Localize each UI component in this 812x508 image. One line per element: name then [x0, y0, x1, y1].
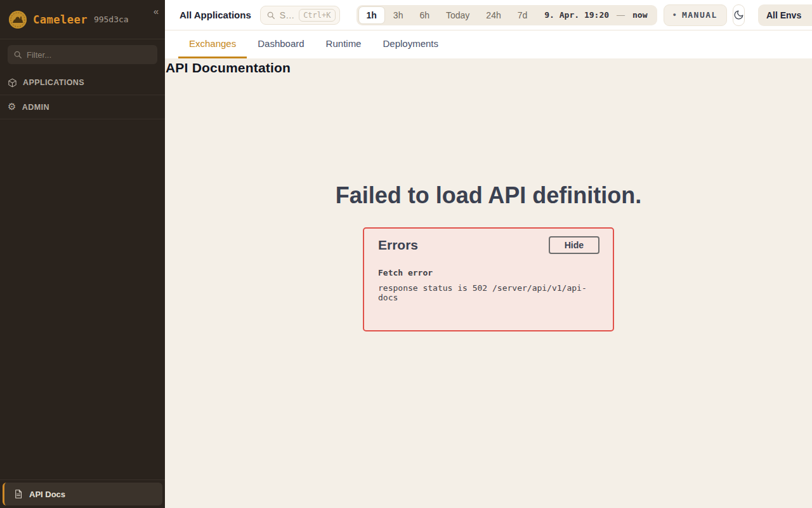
- dark-mode-toggle[interactable]: [733, 4, 745, 26]
- time-range-picker: 1h 3h 6h Today 24h 7d 9. Apr. 19:20 — no…: [357, 5, 657, 25]
- refresh-mode-button[interactable]: ● MANUAL: [664, 4, 727, 26]
- brand-name: Cameleer: [33, 13, 88, 26]
- sidebar-header: Cameleer 995d3ca «: [0, 0, 165, 39]
- sidebar-item-api-docs[interactable]: API Docs: [3, 483, 162, 505]
- sidebar-item-label: ADMIN: [22, 103, 49, 112]
- range-from-value[interactable]: 9. Apr. 19:20: [535, 10, 614, 20]
- search-shortcut-badge: Ctrl+K: [299, 9, 335, 22]
- search-icon: [266, 11, 275, 20]
- search-icon: [13, 50, 22, 59]
- environment-select[interactable]: All Envs ▾: [758, 4, 812, 26]
- api-load-error-title: Failed to load API definition.: [165, 182, 812, 209]
- sidebar-item-label: API Docs: [29, 490, 65, 499]
- status-dot-icon: ●: [673, 12, 676, 18]
- errors-panel-header: Errors Hide: [378, 236, 599, 254]
- search-placeholder: S…: [280, 10, 294, 20]
- page-context-title: All Applications: [180, 10, 251, 20]
- tab-exchanges[interactable]: Exchanges: [178, 30, 247, 58]
- range-24h-button[interactable]: 24h: [478, 6, 509, 24]
- range-dash: —: [614, 10, 627, 20]
- tab-dashboard[interactable]: Dashboard: [247, 30, 315, 58]
- hide-errors-button[interactable]: Hide: [549, 236, 599, 254]
- tab-deployments[interactable]: Deployments: [372, 30, 449, 58]
- filter-input[interactable]: [27, 50, 152, 60]
- sidebar-nav: APPLICATIONS ⚙ ADMIN: [0, 70, 165, 119]
- range-to-value[interactable]: now: [627, 10, 655, 20]
- top-header: All Applications S… Ctrl+K 1h 3h 6h Toda…: [165, 0, 812, 30]
- range-6h-button[interactable]: 6h: [411, 6, 438, 24]
- sidebar-item-label: APPLICATIONS: [23, 78, 84, 87]
- section-tabs: Exchanges Dashboard Runtime Deployments: [165, 30, 812, 58]
- error-item: Fetch error response status is 502 /serv…: [378, 268, 599, 302]
- range-7d-button[interactable]: 7d: [509, 6, 536, 24]
- main-content: API Documentation Failed to load API def…: [165, 58, 812, 508]
- sidebar-item-admin[interactable]: ⚙ ADMIN: [0, 95, 165, 119]
- gear-icon: ⚙: [8, 102, 16, 112]
- sidebar: Cameleer 995d3ca « APPLICATIONS ⚙ ADMIN: [0, 0, 165, 508]
- build-version: 995d3ca: [94, 15, 129, 24]
- range-1h-button[interactable]: 1h: [358, 6, 385, 24]
- moon-icon: [733, 10, 744, 20]
- tab-runtime[interactable]: Runtime: [315, 30, 372, 58]
- errors-panel-title: Errors: [378, 237, 418, 253]
- page-title: API Documentation: [165, 58, 812, 76]
- cameleer-logo-icon: [9, 11, 27, 29]
- range-3h-button[interactable]: 3h: [385, 6, 412, 24]
- range-today-button[interactable]: Today: [438, 6, 478, 24]
- errors-panel: Errors Hide Fetch error response status …: [363, 227, 614, 331]
- error-message: response status is 502 /server/api/v1/ap…: [378, 283, 599, 302]
- error-name: Fetch error: [378, 268, 599, 277]
- global-search[interactable]: S… Ctrl+K: [260, 6, 340, 25]
- refresh-mode-label: MANUAL: [682, 10, 717, 20]
- sidebar-item-applications[interactable]: APPLICATIONS: [0, 70, 165, 95]
- cube-icon: [8, 78, 17, 88]
- environment-selected-value: All Envs: [766, 10, 801, 20]
- document-icon: [13, 489, 23, 499]
- collapse-sidebar-icon[interactable]: «: [154, 6, 159, 16]
- sidebar-filter[interactable]: [8, 45, 157, 64]
- sidebar-footer: API Docs: [0, 479, 165, 508]
